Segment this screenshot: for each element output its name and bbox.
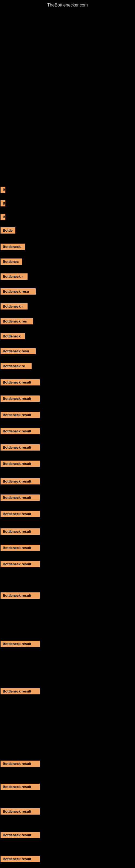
bottleneck-result-label: Bottleneck result (1, 641, 40, 647)
bottleneck-result-label: Bottleneck result (1, 808, 40, 814)
list-item: Bottleneck result (0, 856, 40, 863)
list-item: Bottleneck result (0, 495, 40, 502)
bottleneck-result-label: B (1, 200, 5, 207)
bottleneck-result-label: Bottlenec (1, 258, 22, 265)
bottleneck-result-label: Bottleneck re (1, 363, 32, 369)
list-item: Bottleneck result (0, 528, 40, 536)
list-item: Bottleneck result (0, 461, 40, 468)
bottleneck-result-label: Bottleneck resu (1, 288, 36, 294)
bottleneck-result-label: Bottleneck result (1, 428, 40, 434)
bottleneck-result-label: Bottleneck resu (1, 348, 36, 354)
list-item: Bottleneck (0, 333, 25, 340)
bottleneck-result-label: Bottleneck result (1, 461, 40, 467)
list-item: Bottlenec (0, 258, 22, 266)
bottleneck-result-label: B (1, 187, 5, 193)
bottleneck-result-label: Bottleneck result (1, 478, 40, 485)
list-item: Bottleneck result (0, 688, 40, 695)
bottleneck-result-label: Bottleneck result (1, 761, 40, 767)
list-item: Bottleneck r (0, 273, 28, 281)
bottleneck-result-label: Bottleneck result (1, 379, 40, 385)
bottleneck-result-label: Bottleneck result (1, 856, 40, 862)
list-item: Bottleneck result (0, 428, 40, 435)
bottleneck-result-label: Bottleneck result (1, 412, 40, 418)
bottleneck-result-label: Bottleneck result (1, 688, 40, 694)
list-item: Bottleneck result (0, 808, 40, 816)
list-item: Bottleneck re (0, 363, 32, 370)
bottleneck-result-label: Bottleneck r (1, 303, 28, 310)
bottleneck-result-label: Bottleneck result (1, 511, 40, 517)
list-item: B (0, 214, 5, 221)
bottleneck-result-label: Bottleneck result (1, 561, 40, 567)
list-item: Bottleneck result (0, 412, 40, 419)
bottleneck-result-label: Bottleneck (1, 333, 25, 339)
bottleneck-result-label: Bottleneck result (1, 396, 40, 402)
bottleneck-result-label: Bottleneck (1, 244, 25, 250)
list-item: B (0, 187, 5, 194)
list-item: Bottleneck (0, 244, 25, 251)
list-item: Bottleneck resu (0, 348, 36, 355)
bottleneck-result-label: Bottleneck result (1, 528, 40, 535)
bottleneck-result-label: Bottleneck result (1, 784, 40, 790)
bottleneck-result-label: Bottleneck res (1, 318, 33, 324)
site-title: TheBottlenecker.com (0, 0, 135, 10)
list-item: Bottleneck r (0, 303, 28, 311)
list-item: Bottleneck result (0, 761, 40, 768)
bottleneck-result-label: Bottleneck result (1, 592, 40, 599)
list-item: Bottleneck resu (0, 288, 36, 296)
list-item: B (0, 200, 5, 208)
list-item: Bottleneck result (0, 396, 40, 403)
bottleneck-result-label: Bottleneck result (1, 444, 40, 451)
bottleneck-result-label: Bottleneck result (1, 545, 40, 551)
bottleneck-result-label: Bottle (1, 227, 15, 234)
list-item: Bottleneck result (0, 561, 40, 568)
list-item: Bottleneck res (0, 318, 33, 326)
list-item: Bottleneck result (0, 478, 40, 486)
list-item: Bottleneck result (0, 444, 40, 452)
bottleneck-result-label: B (1, 214, 5, 220)
list-item: Bottleneck result (0, 511, 40, 518)
list-item: Bottleneck result (0, 641, 40, 648)
list-item: Bottleneck result (0, 545, 40, 552)
list-item: Bottleneck result (0, 379, 40, 386)
bottleneck-result-label: Bottleneck result (1, 832, 40, 838)
list-item: Bottleneck result (0, 784, 40, 791)
list-item: Bottleneck result (0, 832, 40, 839)
list-item: Bottleneck result (0, 592, 40, 600)
bottleneck-result-label: Bottleneck result (1, 495, 40, 501)
bottleneck-result-label: Bottleneck r (1, 273, 28, 280)
list-item: Bottle (0, 227, 15, 235)
